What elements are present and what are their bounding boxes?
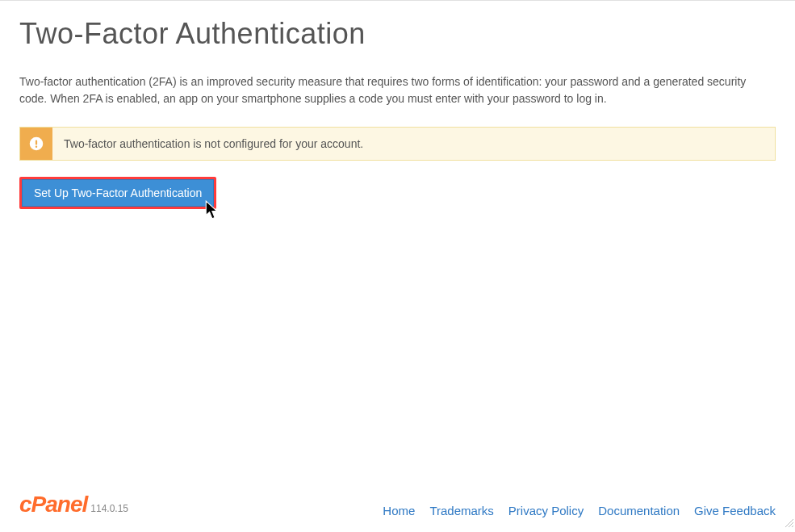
resize-handle-icon [784, 516, 793, 530]
svg-rect-1 [36, 140, 37, 145]
footer-link-privacy[interactable]: Privacy Policy [508, 504, 584, 517]
alert-message: Two-factor authentication is not configu… [52, 128, 374, 160]
footer: cPanel 114.0.15 Home Trademarks Privacy … [0, 482, 795, 532]
page-description: Two-factor authentication (2FA) is an im… [19, 73, 762, 107]
page-title: Two-Factor Authentication [19, 17, 776, 51]
footer-link-home[interactable]: Home [383, 504, 415, 517]
version-text: 114.0.15 [90, 503, 128, 514]
cpanel-logo: cPanel [19, 492, 87, 517]
svg-line-5 [792, 526, 793, 527]
alert-warning: Two-factor authentication is not configu… [19, 127, 776, 161]
setup-2fa-button[interactable]: Set Up Two-Factor Authentication [22, 179, 214, 207]
setup-button-highlight: Set Up Two-Factor Authentication [19, 177, 216, 209]
footer-link-documentation[interactable]: Documentation [598, 504, 680, 517]
footer-links: Home Trademarks Privacy Policy Documenta… [383, 504, 776, 517]
footer-link-feedback[interactable]: Give Feedback [694, 504, 776, 517]
footer-branding: cPanel 114.0.15 [19, 492, 128, 517]
svg-point-2 [36, 146, 37, 148]
warning-icon [20, 128, 52, 160]
footer-link-trademarks[interactable]: Trademarks [429, 504, 493, 517]
